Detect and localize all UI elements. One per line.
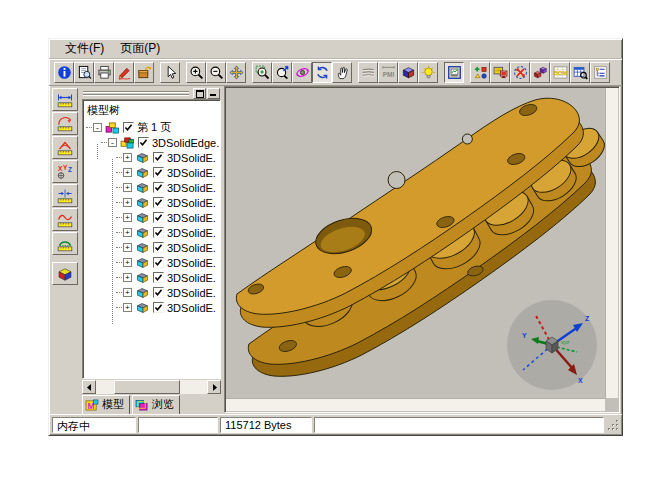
scroll-right-button[interactable]	[207, 380, 221, 394]
tab-browse[interactable]: 浏览	[132, 395, 180, 415]
parts-group-button[interactable]	[470, 62, 490, 83]
part-icon	[135, 167, 150, 179]
measure-curve-button[interactable]	[52, 208, 78, 231]
visibility-checkbox[interactable]	[153, 152, 164, 163]
expand-toggle[interactable]: +	[123, 258, 132, 267]
tree-connector	[116, 217, 122, 218]
tree-row[interactable]: +3DSolidE.	[83, 210, 220, 225]
scroll-left-button[interactable]	[82, 380, 96, 394]
zoom-window-button[interactable]	[252, 62, 272, 83]
scrollbar-thumb[interactable]	[114, 380, 180, 394]
visibility-checkbox[interactable]	[123, 122, 134, 133]
menu-file[interactable]: 文件(F)	[57, 38, 112, 59]
export-box-button[interactable]	[134, 62, 154, 83]
visibility-checkbox[interactable]	[153, 227, 164, 238]
zoom-out-button[interactable]	[206, 62, 226, 83]
assembly-icon	[120, 137, 135, 149]
tree-row[interactable]: +3DSolidE.	[83, 165, 220, 180]
collapse-toggle[interactable]: -	[108, 138, 117, 147]
pmi-icon: PMI	[381, 65, 396, 80]
zoom-in-button[interactable]	[186, 62, 206, 83]
measure-arc-icon	[57, 236, 73, 252]
visibility-checkbox[interactable]	[153, 197, 164, 208]
visibility-checkbox[interactable]	[153, 302, 164, 313]
spin-view-button[interactable]	[312, 62, 332, 83]
expand-toggle[interactable]: +	[123, 168, 132, 177]
visibility-checkbox[interactable]	[153, 287, 164, 298]
measure-arc-button[interactable]	[52, 232, 78, 255]
measure-gap-button[interactable]	[52, 184, 78, 207]
print-preview-button[interactable]	[74, 62, 94, 83]
tree-row[interactable]: +3DSolidE.	[83, 195, 220, 210]
part-icon	[135, 287, 150, 299]
expand-toggle[interactable]: +	[123, 228, 132, 237]
resize-grip[interactable]	[606, 417, 620, 433]
measure-distance-button[interactable]	[52, 88, 78, 111]
expand-toggle[interactable]: +	[123, 288, 132, 297]
panel-gripper[interactable]	[80, 86, 223, 99]
scrollbar-track[interactable]	[180, 380, 207, 394]
info-button[interactable]	[54, 62, 74, 83]
visibility-checkbox[interactable]	[153, 272, 164, 283]
expand-toggle[interactable]: +	[123, 183, 132, 192]
zoom-dynamic-button[interactable]	[272, 62, 292, 83]
visibility-checkbox[interactable]	[153, 167, 164, 178]
select-arrow-button[interactable]	[160, 62, 180, 83]
notebook-button[interactable]	[444, 62, 464, 83]
collapse-toggle[interactable]: -	[93, 123, 102, 132]
print-button[interactable]	[94, 62, 114, 83]
expand-toggle[interactable]: +	[123, 273, 132, 282]
measure-radius-button[interactable]	[52, 112, 78, 135]
3d-viewport[interactable]: Z X Y xyz	[224, 86, 620, 413]
visibility-checkbox[interactable]	[138, 137, 149, 148]
tree-connector	[116, 277, 122, 278]
view-cube-button[interactable]	[398, 62, 418, 83]
expand-toggle[interactable]: +	[123, 198, 132, 207]
rotate-center-button[interactable]	[510, 62, 530, 83]
viewport-hscrollbar[interactable]	[226, 398, 605, 411]
visibility-checkbox[interactable]	[153, 257, 164, 268]
markup-pen-button[interactable]	[114, 62, 134, 83]
visibility-checkbox[interactable]	[153, 212, 164, 223]
expand-toggle[interactable]: +	[123, 303, 132, 312]
bom-button[interactable]: BOM	[550, 62, 570, 83]
tree-row[interactable]: +3DSolidE.	[83, 240, 220, 255]
explode-view-button[interactable]	[530, 62, 550, 83]
measure-angle-button[interactable]	[52, 136, 78, 159]
tree-row[interactable]: +3DSolidE.	[83, 285, 220, 300]
tree-row[interactable]: +3DSolidE.	[83, 180, 220, 195]
viewport-vscrollbar[interactable]	[605, 88, 618, 398]
tree-row[interactable]: -3DSolidEdge.	[83, 135, 220, 150]
report-table-button[interactable]	[570, 62, 590, 83]
model-tree-toggle-button[interactable]	[590, 62, 610, 83]
expand-toggle[interactable]: +	[123, 213, 132, 222]
panel-hide-button[interactable]	[207, 88, 220, 99]
visibility-checkbox[interactable]	[153, 242, 164, 253]
pan-hand-icon	[335, 65, 350, 80]
tree-row[interactable]: +3DSolidE.	[83, 150, 220, 165]
status-field-2: 115712 Bytes	[220, 417, 312, 433]
panel-float-button[interactable]	[193, 88, 206, 99]
layers-button[interactable]	[358, 62, 378, 83]
screen-view-button[interactable]	[490, 62, 510, 83]
tree-row[interactable]: +3DSolidE.	[83, 270, 220, 285]
pmi-button[interactable]: PMI	[378, 62, 398, 83]
light-toggle-button[interactable]	[418, 62, 438, 83]
pan-hand-button[interactable]	[332, 62, 352, 83]
tree-row[interactable]: -第 1 页	[83, 120, 220, 135]
pan-move-button[interactable]	[226, 62, 246, 83]
menu-page[interactable]: 页面(P)	[112, 38, 168, 59]
view-3d-box-button[interactable]	[52, 262, 78, 285]
tree-item-label: 3DSolidE.	[167, 302, 216, 314]
visibility-checkbox[interactable]	[153, 182, 164, 193]
tree-hscrollbar[interactable]	[82, 380, 221, 394]
rotate-orbit-button[interactable]	[292, 62, 312, 83]
tree-row[interactable]: +3DSolidE.	[83, 225, 220, 240]
tab-model[interactable]: M模型	[82, 395, 130, 415]
tree-row[interactable]: +3DSolidE.	[83, 300, 220, 315]
expand-toggle[interactable]: +	[123, 153, 132, 162]
tree-row[interactable]: +3DSolidE.	[83, 255, 220, 270]
expand-toggle[interactable]: +	[123, 243, 132, 252]
measure-xyz-button[interactable]: XYZ	[52, 160, 78, 183]
screen-view-icon	[493, 65, 508, 80]
